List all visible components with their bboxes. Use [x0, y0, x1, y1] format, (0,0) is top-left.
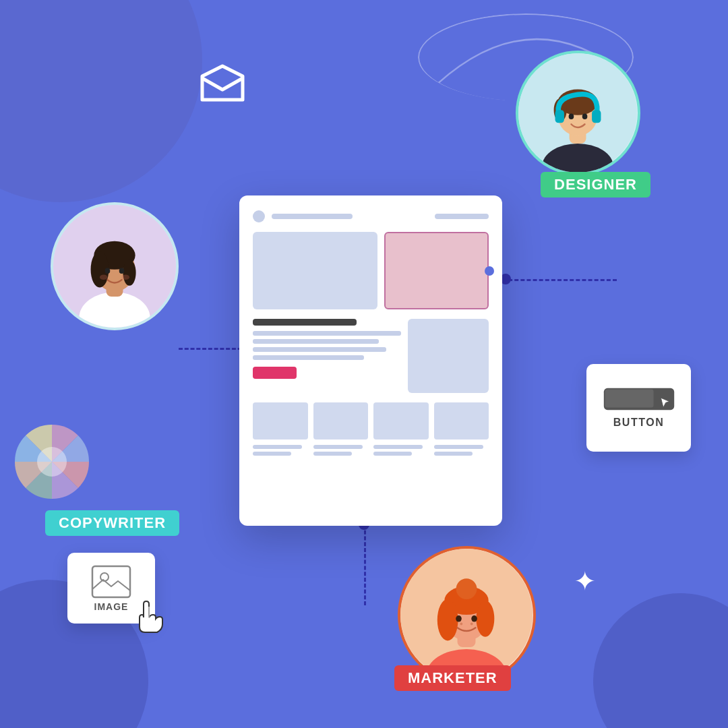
svg-point-29 — [456, 615, 462, 622]
svg-point-35 — [100, 573, 109, 581]
svg-point-32 — [471, 623, 473, 626]
wf-grid-item — [253, 402, 308, 439]
wf-grid-text-row — [253, 445, 489, 456]
svg-point-31 — [460, 623, 462, 626]
wf-grid-item — [313, 402, 369, 439]
cursor-hand-icon — [131, 599, 165, 636]
wf-grid-text — [373, 445, 429, 456]
image-card: IMAGE — [67, 553, 155, 624]
svg-point-30 — [471, 615, 477, 622]
wf-grid — [253, 402, 489, 439]
wf-grid-text — [253, 445, 308, 456]
copywriter-avatar — [53, 202, 176, 330]
svg-point-9 — [100, 274, 107, 280]
envelope-icon — [189, 59, 256, 117]
wf-image-highlight — [384, 232, 489, 309]
wf-text-line — [253, 347, 386, 352]
wf-dot — [253, 210, 265, 222]
wf-title-bar — [253, 319, 357, 326]
wf-grid-item — [434, 402, 489, 439]
button-card-label: BUTTON — [613, 417, 664, 429]
image-placeholder-icon — [91, 565, 131, 599]
copywriter-label: COPYWRITER — [45, 510, 179, 536]
button-card: BUTTON — [586, 364, 691, 452]
svg-rect-17 — [555, 110, 564, 123]
wf-header — [253, 210, 489, 222]
wf-content-section — [253, 319, 489, 393]
wf-side-image — [408, 319, 489, 393]
wf-text-lines — [253, 331, 401, 360]
wf-text-line — [253, 355, 364, 360]
wf-line — [435, 214, 489, 219]
wf-image-placeholder — [253, 232, 377, 309]
svg-point-20 — [582, 113, 588, 119]
wireframe-card — [239, 195, 502, 526]
svg-point-19 — [569, 113, 574, 119]
svg-point-27 — [437, 599, 458, 641]
wf-grid-text — [313, 445, 369, 456]
marketer-label: MARKETER — [394, 665, 511, 691]
dashed-line-marketer — [364, 524, 366, 605]
wf-text-line — [253, 339, 379, 344]
main-content: COPYWRITER DESIGNER — [0, 0, 728, 728]
color-wheel — [8, 418, 96, 506]
svg-point-8 — [119, 268, 125, 274]
wf-grid-text — [434, 445, 489, 456]
sparkle-decoration: ✦ — [574, 566, 597, 597]
svg-point-28 — [476, 601, 494, 637]
wf-cta-button — [253, 367, 297, 379]
svg-point-26 — [456, 578, 477, 599]
designer-avatar — [518, 51, 638, 175]
marketer-avatar — [400, 546, 533, 684]
svg-point-33 — [37, 447, 67, 477]
button-illustration — [602, 387, 676, 411]
wf-text-block — [253, 319, 401, 393]
designer-circle — [516, 51, 640, 175]
wf-text-line — [253, 331, 401, 336]
svg-point-7 — [105, 268, 111, 274]
wf-grid-item — [373, 402, 429, 439]
svg-rect-37 — [605, 390, 653, 408]
marketer-circle — [398, 546, 536, 684]
dashed-line-designer — [502, 279, 617, 281]
svg-rect-34 — [92, 566, 130, 597]
svg-point-10 — [122, 274, 129, 280]
image-card-label: IMAGE — [94, 601, 129, 612]
wf-highlight-dot — [485, 266, 494, 276]
wf-line — [272, 214, 353, 219]
svg-point-6 — [123, 260, 135, 285]
copywriter-circle — [51, 202, 179, 330]
designer-label: DESIGNER — [541, 172, 650, 198]
svg-rect-18 — [592, 110, 601, 123]
wf-top-section — [253, 232, 489, 309]
